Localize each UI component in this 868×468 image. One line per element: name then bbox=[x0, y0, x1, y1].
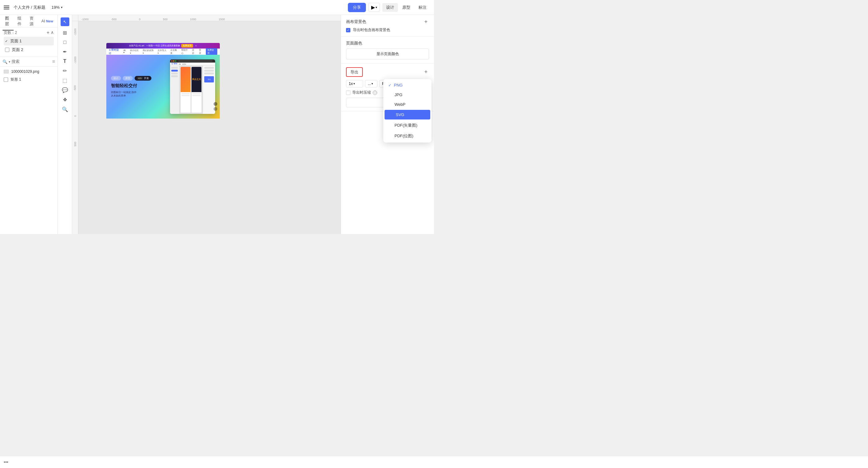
mockup-titlebar bbox=[170, 59, 215, 62]
canvas-bg-section: 画布背景色 + ✓ 导出时包含画布背景色 bbox=[341, 15, 434, 37]
mockup-nav-logo: ◎ 即时 bbox=[171, 62, 178, 65]
tab-components[interactable]: 组件 bbox=[15, 15, 26, 28]
tool-strip: ↖ ⊞ □ ✒ T ✏ ⬚ 💬 ❖ 🔍 bbox=[58, 15, 72, 234]
export-title: 导出 bbox=[350, 70, 359, 75]
nav-advantage: 我们的优势 ▾ bbox=[143, 49, 155, 55]
export-section: 导出 + 1x ▾ ... ▾ PNG ▾ − bbox=[341, 63, 434, 111]
webp-label: WebP bbox=[395, 102, 405, 107]
slice-tool[interactable]: ⬚ bbox=[62, 78, 67, 83]
banner-cta: 免费使用 bbox=[181, 44, 193, 48]
ruler-h-marks: -1000 -500 0 500 1000 1500 bbox=[79, 15, 247, 21]
play-icon: ▶ bbox=[371, 4, 375, 10]
tab-layers[interactable]: 图层 bbox=[2, 15, 14, 28]
mockup-body: 风云之大 bbox=[170, 66, 215, 114]
search-tool[interactable]: 🔍 bbox=[62, 107, 68, 112]
suffix-arrow: ▾ bbox=[372, 82, 373, 85]
tab-design[interactable]: 设计 bbox=[382, 3, 398, 12]
zoom-arrow: ▾ bbox=[61, 6, 62, 9]
frame-tool[interactable]: ⊞ bbox=[63, 30, 67, 36]
suffix-select[interactable]: ... ▾ bbox=[365, 80, 377, 87]
pages-count: 页数：2 bbox=[4, 30, 17, 35]
canvas-content[interactable]: 全新产品 A1.art 一张图/一句话 立即生成高质量图像 免费使用 ✕ ⊙ 即… bbox=[79, 21, 341, 234]
nav-enterprise: 企业服务 bbox=[170, 49, 179, 55]
tab-prototype[interactable]: 原型 bbox=[399, 3, 414, 12]
export-add-button[interactable]: + bbox=[423, 69, 429, 75]
ruler-mark-v-1000: -1000 bbox=[74, 56, 77, 63]
canvas-area[interactable]: -1000 -500 0 500 1000 1500 -1500 -1000 -… bbox=[72, 15, 341, 234]
nav-ai: AI ▾ bbox=[123, 49, 127, 54]
tool-bar bbox=[0, 27, 14, 29]
breadcrumb[interactable]: 个人文件 / 无标题 bbox=[14, 5, 45, 10]
tab-assets[interactable]: 资源 bbox=[27, 15, 38, 28]
layer-item-image[interactable]: 1000001029.png bbox=[0, 68, 58, 75]
layer-item-rect[interactable]: 矩形 1 bbox=[0, 75, 58, 84]
mockup-card1-img bbox=[181, 67, 191, 92]
tab-annotate[interactable]: 标注 bbox=[415, 3, 430, 12]
format-option-pdf-vector[interactable]: PDF(矢量图) bbox=[383, 120, 432, 131]
mockup-card2-content bbox=[191, 92, 202, 97]
ruler-mark-h1500: 1500 bbox=[219, 18, 225, 21]
layer-thumb-image bbox=[4, 70, 9, 74]
compress-checkbox[interactable] bbox=[346, 91, 350, 95]
nav-price: 定价 bbox=[192, 49, 196, 55]
format-option-svg[interactable]: SVG bbox=[384, 110, 430, 119]
page-item-1[interactable]: ✓ 页面 1 bbox=[4, 37, 54, 46]
canvas-bg-title: 画布背景色 bbox=[346, 19, 366, 25]
checkbox-check-icon: ✓ bbox=[347, 28, 349, 32]
page-2-label: 页面 2 bbox=[12, 47, 23, 53]
export-header: 导出 + bbox=[346, 67, 429, 77]
cursor-tool[interactable]: ↖ bbox=[61, 18, 69, 26]
nav-import: 文件导入 ▾ bbox=[158, 49, 168, 55]
search-icon[interactable]: 🔍 bbox=[2, 59, 7, 64]
layer-name-image: 1000001029.png bbox=[11, 69, 39, 74]
scale-select[interactable]: 1x ▾ bbox=[346, 80, 363, 87]
app-mockup: ◎ 即时 AI▾ 社区▾ bbox=[170, 59, 215, 114]
ruler-v-marks: -1500 -1000 -500 0 500 bbox=[72, 21, 78, 146]
hero-heading: 智能轻松交付 bbox=[111, 83, 167, 89]
export-include-bg-label: 导出时包含画布背景色 bbox=[353, 27, 390, 33]
nav-bar: ⊙ 即时设计 AI ▾ 设计社区 ▾ 我们的优势 ▾ 文件导入 ▾ 企业服务 帮… bbox=[106, 49, 220, 55]
component-tool[interactable]: ❖ bbox=[63, 97, 67, 103]
compress-info-icon[interactable]: ⓘ bbox=[373, 91, 377, 95]
pages-section: 页数：2 + ∧ ✓ 页面 1 页面 2 bbox=[0, 27, 58, 57]
share-button[interactable]: 分享 bbox=[348, 3, 366, 12]
png-check: ✓ bbox=[388, 83, 392, 87]
collapse-layers-icon[interactable]: ≡ bbox=[52, 59, 55, 64]
page-1-label: 页面 1 bbox=[10, 38, 22, 44]
mockup-card2-text: 风云之大 bbox=[192, 78, 201, 81]
show-page-color-button[interactable]: 显示页面颜色 bbox=[346, 49, 429, 59]
play-button[interactable]: ▶ ▾ bbox=[368, 3, 380, 12]
mockup-sidebar-item2 bbox=[171, 70, 178, 71]
format-option-png[interactable]: ✓ PNG bbox=[383, 80, 432, 90]
hero-sub1: 切图标注一站搞定,协作 bbox=[111, 91, 167, 94]
format-option-pdf-raster[interactable]: PDF(位图) bbox=[383, 131, 432, 141]
top-bar: 个人文件 / 无标题 19% ▾ 分享 ▶ ▾ 设计 原型 标注 bbox=[0, 0, 434, 15]
add-page-button[interactable]: + bbox=[46, 30, 50, 35]
page-color-header: 页面颜色 bbox=[346, 40, 429, 46]
export-include-bg-checkbox[interactable]: ✓ bbox=[346, 28, 350, 32]
pencil-tool[interactable]: ✏ bbox=[63, 68, 67, 74]
mockup-dot-yellow bbox=[173, 60, 175, 62]
ruler-horizontal: -1000 -500 0 500 1000 1500 bbox=[79, 15, 341, 21]
scroll-icons bbox=[214, 102, 217, 111]
hero-badges: 设计 原型 </> 开发 bbox=[111, 76, 167, 81]
collapse-pages-button[interactable]: ∧ bbox=[51, 30, 54, 35]
mockup-card1-line2 bbox=[182, 95, 190, 96]
pdf-raster-label: PDF(位图) bbox=[395, 133, 413, 139]
text-tool[interactable]: T bbox=[63, 59, 66, 64]
search-arrow[interactable]: ▾ bbox=[9, 60, 10, 63]
mockup-sidebar bbox=[170, 66, 179, 114]
page-item-2[interactable]: 页面 2 bbox=[4, 46, 54, 54]
pen-tool[interactable]: ✒ bbox=[63, 49, 67, 55]
rectangle-tool[interactable]: □ bbox=[63, 39, 66, 45]
format-option-jpg[interactable]: JPG bbox=[383, 90, 432, 99]
canvas-bg-add[interactable]: + bbox=[423, 19, 429, 25]
top-bar-left: 个人文件 / 无标题 19% ▾ bbox=[4, 4, 345, 11]
suffix-value: ... bbox=[368, 82, 371, 86]
format-option-webp[interactable]: WebP bbox=[383, 99, 432, 109]
nav-help: 帮助中心 bbox=[181, 49, 190, 55]
comment-tool[interactable]: 💬 bbox=[62, 87, 68, 93]
zoom-control[interactable]: 19% ▾ bbox=[49, 4, 65, 11]
menu-icon[interactable] bbox=[4, 4, 10, 10]
tab-ai[interactable]: AI New bbox=[39, 18, 55, 25]
